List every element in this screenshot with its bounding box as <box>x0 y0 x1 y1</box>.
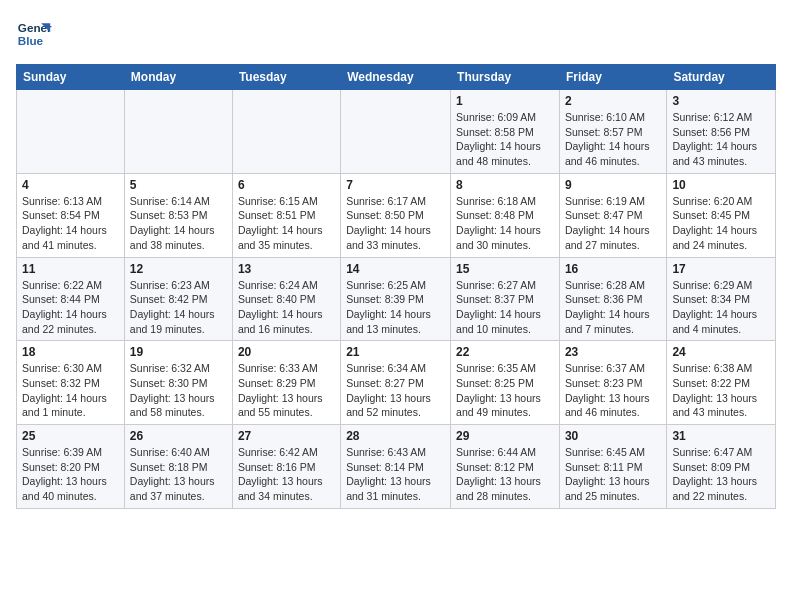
day-info: Sunrise: 6:22 AM Sunset: 8:44 PM Dayligh… <box>22 278 119 337</box>
calendar-day-cell: 9Sunrise: 6:19 AM Sunset: 8:47 PM Daylig… <box>559 173 666 257</box>
day-info: Sunrise: 6:24 AM Sunset: 8:40 PM Dayligh… <box>238 278 335 337</box>
day-info: Sunrise: 6:45 AM Sunset: 8:11 PM Dayligh… <box>565 445 661 504</box>
calendar-day-cell: 16Sunrise: 6:28 AM Sunset: 8:36 PM Dayli… <box>559 257 666 341</box>
day-info: Sunrise: 6:34 AM Sunset: 8:27 PM Dayligh… <box>346 361 445 420</box>
calendar-day-cell: 2Sunrise: 6:10 AM Sunset: 8:57 PM Daylig… <box>559 90 666 174</box>
calendar-week-row: 4Sunrise: 6:13 AM Sunset: 8:54 PM Daylig… <box>17 173 776 257</box>
calendar-day-cell: 13Sunrise: 6:24 AM Sunset: 8:40 PM Dayli… <box>232 257 340 341</box>
column-header-thursday: Thursday <box>451 65 560 90</box>
day-number: 20 <box>238 345 335 359</box>
empty-cell <box>124 90 232 174</box>
empty-cell <box>341 90 451 174</box>
day-info: Sunrise: 6:30 AM Sunset: 8:32 PM Dayligh… <box>22 361 119 420</box>
page-header: General Blue <box>16 16 776 52</box>
day-number: 29 <box>456 429 554 443</box>
day-number: 27 <box>238 429 335 443</box>
column-header-wednesday: Wednesday <box>341 65 451 90</box>
column-header-monday: Monday <box>124 65 232 90</box>
calendar-day-cell: 19Sunrise: 6:32 AM Sunset: 8:30 PM Dayli… <box>124 341 232 425</box>
day-info: Sunrise: 6:23 AM Sunset: 8:42 PM Dayligh… <box>130 278 227 337</box>
day-number: 2 <box>565 94 661 108</box>
day-number: 24 <box>672 345 770 359</box>
calendar-week-row: 25Sunrise: 6:39 AM Sunset: 8:20 PM Dayli… <box>17 425 776 509</box>
day-info: Sunrise: 6:47 AM Sunset: 8:09 PM Dayligh… <box>672 445 770 504</box>
logo: General Blue <box>16 16 52 52</box>
calendar-day-cell: 28Sunrise: 6:43 AM Sunset: 8:14 PM Dayli… <box>341 425 451 509</box>
day-number: 3 <box>672 94 770 108</box>
day-number: 19 <box>130 345 227 359</box>
day-number: 30 <box>565 429 661 443</box>
calendar-header-row: SundayMondayTuesdayWednesdayThursdayFrid… <box>17 65 776 90</box>
day-number: 14 <box>346 262 445 276</box>
day-number: 4 <box>22 178 119 192</box>
day-info: Sunrise: 6:25 AM Sunset: 8:39 PM Dayligh… <box>346 278 445 337</box>
day-number: 8 <box>456 178 554 192</box>
day-number: 6 <box>238 178 335 192</box>
day-number: 1 <box>456 94 554 108</box>
calendar-day-cell: 12Sunrise: 6:23 AM Sunset: 8:42 PM Dayli… <box>124 257 232 341</box>
column-header-sunday: Sunday <box>17 65 125 90</box>
day-info: Sunrise: 6:18 AM Sunset: 8:48 PM Dayligh… <box>456 194 554 253</box>
calendar-day-cell: 20Sunrise: 6:33 AM Sunset: 8:29 PM Dayli… <box>232 341 340 425</box>
day-number: 13 <box>238 262 335 276</box>
day-number: 5 <box>130 178 227 192</box>
day-info: Sunrise: 6:42 AM Sunset: 8:16 PM Dayligh… <box>238 445 335 504</box>
day-number: 17 <box>672 262 770 276</box>
calendar-day-cell: 8Sunrise: 6:18 AM Sunset: 8:48 PM Daylig… <box>451 173 560 257</box>
day-info: Sunrise: 6:17 AM Sunset: 8:50 PM Dayligh… <box>346 194 445 253</box>
day-number: 16 <box>565 262 661 276</box>
calendar-day-cell: 17Sunrise: 6:29 AM Sunset: 8:34 PM Dayli… <box>667 257 776 341</box>
day-info: Sunrise: 6:35 AM Sunset: 8:25 PM Dayligh… <box>456 361 554 420</box>
day-number: 23 <box>565 345 661 359</box>
day-info: Sunrise: 6:29 AM Sunset: 8:34 PM Dayligh… <box>672 278 770 337</box>
calendar-table: SundayMondayTuesdayWednesdayThursdayFrid… <box>16 64 776 509</box>
calendar-day-cell: 24Sunrise: 6:38 AM Sunset: 8:22 PM Dayli… <box>667 341 776 425</box>
calendar-day-cell: 7Sunrise: 6:17 AM Sunset: 8:50 PM Daylig… <box>341 173 451 257</box>
day-number: 31 <box>672 429 770 443</box>
calendar-week-row: 18Sunrise: 6:30 AM Sunset: 8:32 PM Dayli… <box>17 341 776 425</box>
calendar-day-cell: 26Sunrise: 6:40 AM Sunset: 8:18 PM Dayli… <box>124 425 232 509</box>
day-info: Sunrise: 6:33 AM Sunset: 8:29 PM Dayligh… <box>238 361 335 420</box>
calendar-day-cell: 22Sunrise: 6:35 AM Sunset: 8:25 PM Dayli… <box>451 341 560 425</box>
svg-text:Blue: Blue <box>18 34 44 47</box>
calendar-day-cell: 29Sunrise: 6:44 AM Sunset: 8:12 PM Dayli… <box>451 425 560 509</box>
day-number: 25 <box>22 429 119 443</box>
day-number: 10 <box>672 178 770 192</box>
day-info: Sunrise: 6:10 AM Sunset: 8:57 PM Dayligh… <box>565 110 661 169</box>
day-info: Sunrise: 6:09 AM Sunset: 8:58 PM Dayligh… <box>456 110 554 169</box>
day-info: Sunrise: 6:12 AM Sunset: 8:56 PM Dayligh… <box>672 110 770 169</box>
day-number: 28 <box>346 429 445 443</box>
day-info: Sunrise: 6:37 AM Sunset: 8:23 PM Dayligh… <box>565 361 661 420</box>
day-number: 9 <box>565 178 661 192</box>
calendar-week-row: 11Sunrise: 6:22 AM Sunset: 8:44 PM Dayli… <box>17 257 776 341</box>
day-number: 15 <box>456 262 554 276</box>
column-header-saturday: Saturday <box>667 65 776 90</box>
calendar-day-cell: 14Sunrise: 6:25 AM Sunset: 8:39 PM Dayli… <box>341 257 451 341</box>
calendar-day-cell: 6Sunrise: 6:15 AM Sunset: 8:51 PM Daylig… <box>232 173 340 257</box>
calendar-day-cell: 4Sunrise: 6:13 AM Sunset: 8:54 PM Daylig… <box>17 173 125 257</box>
day-number: 21 <box>346 345 445 359</box>
calendar-day-cell: 30Sunrise: 6:45 AM Sunset: 8:11 PM Dayli… <box>559 425 666 509</box>
calendar-day-cell: 15Sunrise: 6:27 AM Sunset: 8:37 PM Dayli… <box>451 257 560 341</box>
day-number: 12 <box>130 262 227 276</box>
calendar-day-cell: 27Sunrise: 6:42 AM Sunset: 8:16 PM Dayli… <box>232 425 340 509</box>
empty-cell <box>17 90 125 174</box>
day-info: Sunrise: 6:20 AM Sunset: 8:45 PM Dayligh… <box>672 194 770 253</box>
day-info: Sunrise: 6:14 AM Sunset: 8:53 PM Dayligh… <box>130 194 227 253</box>
day-info: Sunrise: 6:38 AM Sunset: 8:22 PM Dayligh… <box>672 361 770 420</box>
calendar-day-cell: 18Sunrise: 6:30 AM Sunset: 8:32 PM Dayli… <box>17 341 125 425</box>
calendar-day-cell: 11Sunrise: 6:22 AM Sunset: 8:44 PM Dayli… <box>17 257 125 341</box>
column-header-tuesday: Tuesday <box>232 65 340 90</box>
calendar-day-cell: 23Sunrise: 6:37 AM Sunset: 8:23 PM Dayli… <box>559 341 666 425</box>
calendar-day-cell: 3Sunrise: 6:12 AM Sunset: 8:56 PM Daylig… <box>667 90 776 174</box>
day-number: 18 <box>22 345 119 359</box>
empty-cell <box>232 90 340 174</box>
column-header-friday: Friday <box>559 65 666 90</box>
day-info: Sunrise: 6:39 AM Sunset: 8:20 PM Dayligh… <box>22 445 119 504</box>
calendar-day-cell: 1Sunrise: 6:09 AM Sunset: 8:58 PM Daylig… <box>451 90 560 174</box>
day-info: Sunrise: 6:44 AM Sunset: 8:12 PM Dayligh… <box>456 445 554 504</box>
calendar-day-cell: 31Sunrise: 6:47 AM Sunset: 8:09 PM Dayli… <box>667 425 776 509</box>
calendar-week-row: 1Sunrise: 6:09 AM Sunset: 8:58 PM Daylig… <box>17 90 776 174</box>
day-info: Sunrise: 6:19 AM Sunset: 8:47 PM Dayligh… <box>565 194 661 253</box>
day-number: 11 <box>22 262 119 276</box>
